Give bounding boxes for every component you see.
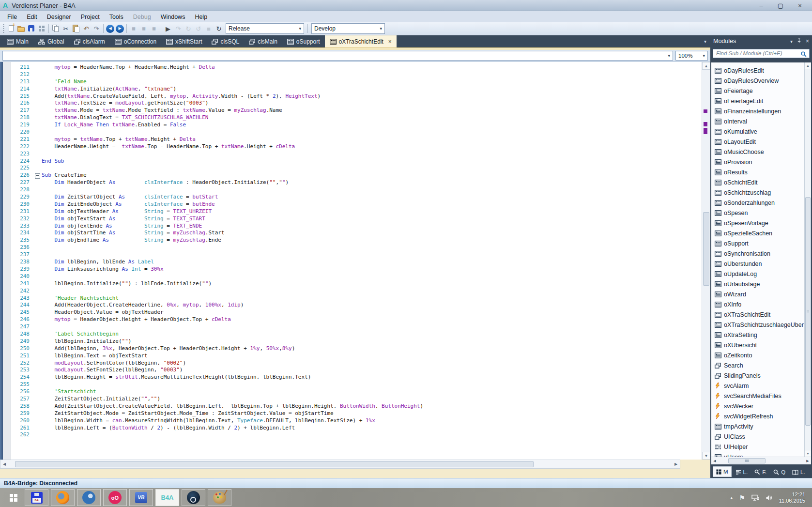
module-item-UIClass[interactable]: UIClass (715, 431, 811, 442)
scrollbar-track[interactable] (718, 457, 804, 464)
module-item-oSpesenVorlage[interactable]: oSpesenVorlage (715, 218, 811, 228)
module-list-scrollbar[interactable]: ▲ ▼ (804, 62, 811, 457)
menu-item-designer[interactable]: Designer (43, 13, 76, 21)
module-item-oUberstunden[interactable]: oUberstunden (715, 259, 811, 269)
menu-item-edit[interactable]: Edit (22, 13, 42, 21)
code-line[interactable]: 232 Dim objTextStart As String = TEXT_ST… (11, 215, 702, 223)
code-line[interactable]: 231 Dim objTextHeader As String = TEXT_U… (11, 208, 702, 215)
scrollbar-thumb[interactable] (703, 212, 709, 286)
module-item-oSupport[interactable]: oSupport (715, 238, 811, 248)
panel-menu-chevron-icon[interactable]: ▾ (790, 39, 793, 44)
module-item-oSpesen[interactable]: oSpesen (715, 208, 811, 218)
module-item-oXUbersicht[interactable]: oXUbersicht (715, 340, 811, 350)
scroll-up-arrow-icon[interactable]: ▲ (805, 62, 811, 69)
panel-close-icon[interactable]: × (806, 38, 809, 45)
sub-navigator-dropdown[interactable]: ▾ (2, 51, 673, 61)
pin-icon[interactable] (797, 38, 801, 45)
code-line[interactable]: 223 (11, 151, 702, 158)
taskbar-app-oo-app[interactable]: oO (103, 489, 127, 506)
scrollbar-track[interactable] (8, 460, 672, 468)
code-line[interactable]: 246 mytop = HeaderObject.Height + Header… (11, 316, 702, 323)
taskbar-app-visual-basic[interactable]: VB (129, 489, 153, 506)
code-line[interactable]: 216 txtName.TextSize = modLayout.getFont… (11, 100, 702, 107)
toolbar-drag-handle[interactable] (2, 24, 5, 33)
editor-vertical-scrollbar[interactable]: ▲ ▼ (702, 62, 710, 460)
module-item-oSpezielleSachen[interactable]: oSpezielleSachen (715, 228, 811, 238)
module-item-oInterval[interactable]: oInterval (715, 116, 811, 126)
run-button[interactable]: ▶ (163, 24, 173, 33)
taskbar-app-emulator-64[interactable]: 64 (25, 489, 48, 506)
module-item-oXInfo[interactable]: oXInfo (715, 299, 811, 309)
code-line[interactable]: 262 (11, 431, 702, 439)
step-out-button[interactable]: ↺ (194, 24, 203, 33)
module-item-oSonderzahlungen[interactable]: oSonderzahlungen (715, 198, 811, 208)
code-line[interactable]: 222 HeaderName.Height = txtName.Top - He… (11, 143, 702, 151)
code-line[interactable]: 256 'Startschicht (11, 388, 702, 396)
scroll-left-arrow-icon[interactable]: ◀ (0, 462, 8, 466)
navigate-forward-button[interactable]: ▶ (116, 25, 124, 33)
code-line[interactable]: 219 If Lock_Name Then txtName.Enabled = … (11, 122, 702, 129)
code-line[interactable]: 244 Add(HeaderObject.CreateHeaderline, 0… (11, 302, 702, 309)
panel-tab-L[interactable]: L. (789, 467, 808, 477)
code-line[interactable]: 236 (11, 244, 702, 251)
module-item-Search[interactable]: Search (715, 360, 811, 370)
action-center-flag-icon[interactable]: ⚑ (739, 494, 745, 502)
scrollbar-thumb[interactable] (805, 197, 811, 426)
code-line[interactable]: 220 (11, 129, 702, 136)
module-item-uUsers[interactable]: uUsers (715, 452, 811, 457)
code-line[interactable]: 239 Dim Linksausrichtung As Int = 30%x (11, 266, 702, 273)
open-file-button[interactable] (16, 24, 26, 33)
module-item-oMusicChoose[interactable]: oMusicChoose (715, 147, 811, 157)
menu-item-file[interactable]: File (3, 13, 21, 21)
code-line[interactable]: 240 (11, 273, 702, 280)
module-item-oFinanzeinstellungen[interactable]: oFinanzeinstellungen (715, 106, 811, 116)
code-line[interactable]: 252 modLayout.SetFontColor(lblBeginn, "0… (11, 360, 702, 367)
code-line[interactable]: 261 lblBeginn.Left = (ButtonWidth / 2) -… (11, 425, 702, 432)
code-line[interactable]: 245 HeaderObject.Value = objTextHeader (11, 309, 702, 316)
build-config-dropdown[interactable]: Release ▾ (226, 23, 304, 34)
cut-button[interactable]: ✂ (61, 24, 71, 33)
editor-zoom-dropdown[interactable]: 100% ▾ (675, 51, 708, 61)
code-line[interactable]: 212 (11, 71, 702, 78)
module-item-oDayRulesEdit[interactable]: oDayRulesEdit (715, 65, 811, 76)
module-item-oXTraSchichtEdit[interactable]: oXTraSchichtEdit (715, 309, 811, 320)
step-over-button[interactable]: ↷ (173, 24, 183, 33)
network-icon[interactable] (751, 494, 759, 501)
stop-button[interactable]: ■ (204, 24, 214, 33)
code-line[interactable]: 260 lblBeginn.Width = can.MeasureStringW… (11, 417, 702, 425)
code-line[interactable]: 226Sub CreateTime (11, 172, 702, 179)
module-item-svcWidgetRefresh[interactable]: svcWidgetRefresh (715, 411, 811, 421)
module-search-input[interactable] (713, 49, 810, 58)
tab-Global[interactable]: Global (33, 35, 69, 47)
scrollbar-thumb[interactable] (15, 461, 534, 467)
editor-horizontal-scrollbar[interactable]: ◀ ▶ (0, 460, 680, 469)
code-line[interactable]: 224End Sub (11, 158, 702, 165)
tab-oConnection[interactable]: oConnection (110, 35, 161, 47)
code-line[interactable]: 214 txtName.Initialize(ActName, "txtname… (11, 86, 702, 93)
tab-xShiftStart[interactable]: xShiftStart (161, 35, 207, 47)
scrollbar-thumb[interactable] (728, 458, 766, 463)
module-list-horizontal-scrollbar[interactable]: ◀ ▶ (711, 457, 811, 464)
module-item-tmpActivity[interactable]: tmpActivity (715, 421, 811, 431)
module-item-oDayRulesOverview[interactable]: oDayRulesOverview (715, 76, 811, 86)
code-line[interactable]: 249 lblBeginn.Initialize("") (11, 338, 702, 345)
panel-tab-L[interactable]: L. (733, 467, 751, 477)
scroll-left-arrow-icon[interactable]: ◀ (711, 459, 718, 463)
comment-lines-button[interactable]: ≡ (129, 24, 138, 33)
code-line[interactable]: 213 'Feld Name (11, 78, 702, 86)
step-into-button[interactable]: ↻ (184, 24, 193, 33)
code-line[interactable]: 211 mytop = HeaderName.Top + HeaderName.… (11, 64, 702, 71)
search-icon[interactable] (801, 50, 807, 59)
module-item-SlidingPanels[interactable]: SlidingPanels (715, 370, 811, 381)
restart-button[interactable]: ↻ (214, 24, 224, 33)
code-line[interactable]: 253 modLayout.SetFontSize(lblBeginn, "00… (11, 367, 702, 374)
code-line[interactable]: 237 (11, 251, 702, 259)
module-item-oZeitkonto[interactable]: oZeitkonto (715, 350, 811, 360)
module-item-oLayoutEdit[interactable]: oLayoutEdit (715, 137, 811, 147)
navigate-back-button[interactable]: ◀ (106, 25, 114, 33)
clock[interactable]: 12:21 11.06.2015 (779, 492, 805, 504)
module-item-oSchichtzuschlag[interactable]: oSchichtzuschlag (715, 187, 811, 198)
tab-clsMain[interactable]: clsMain (244, 35, 282, 47)
panel-tab-Q[interactable]: Q (770, 467, 788, 477)
scroll-down-arrow-icon[interactable]: ▼ (702, 452, 710, 460)
